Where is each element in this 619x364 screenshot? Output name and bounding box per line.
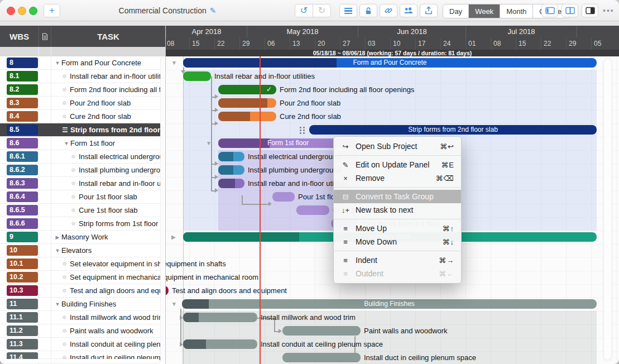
task-row[interactable]: 8.1Install rebar and in-floor utilities <box>0 70 165 83</box>
more-options-button[interactable]: ••• <box>603 6 615 15</box>
task-table-panel: WBS TASK 8▼Form and Pour Concrete8.1Inst… <box>0 26 165 364</box>
task-row[interactable]: 10▼Elevators <box>0 244 165 257</box>
menu-item-shortcut: ⌘E <box>441 161 454 169</box>
gantt-bar[interactable] <box>183 313 257 322</box>
link-connector <box>211 76 212 190</box>
menu-item-shortcut: ⌘← <box>439 270 454 278</box>
layout-right-panel-button[interactable] <box>582 4 598 17</box>
task-row[interactable]: 11.1Install millwork and wood trim <box>0 311 165 324</box>
task-row[interactable]: 8.6.6Strip forms from 1st floor <box>0 217 165 231</box>
menu-item-indent[interactable]: ≡Indent⌘→ <box>334 253 461 267</box>
gantt-bar[interactable] <box>272 192 295 202</box>
gantt-disclosure-expanded-icon[interactable]: ▼ <box>171 60 177 66</box>
gantt-disclosure-expanded-icon[interactable]: ▼ <box>206 141 212 146</box>
task-row[interactable]: 9▶Masonry Work <box>0 231 165 244</box>
today-line <box>260 56 261 364</box>
task-row[interactable]: 8.4Cure 2nd floor slab <box>0 110 165 123</box>
table-vertical-scrollbar[interactable] <box>160 56 165 362</box>
menu-item-move-up[interactable]: ≡Move Up⌘↑ <box>334 222 461 235</box>
disclosure-expanded-icon[interactable]: ▼ <box>54 301 61 307</box>
task-row[interactable]: 8.6.4Pour 1st floor slab <box>0 190 165 204</box>
link-arrow-icon <box>268 202 272 206</box>
task-row[interactable]: 10.1Set elevator equipment in shafts <box>0 257 165 271</box>
task-row[interactable]: 11.3Install conduit at ceiling plenum sp… <box>0 338 165 351</box>
task-cell: Pour 1st floor slab <box>51 190 165 203</box>
menu-item-move-down[interactable]: ≡Move Down⌘↓ <box>334 235 461 248</box>
export-button[interactable] <box>420 4 438 17</box>
gantt-bar[interactable] <box>218 112 276 121</box>
zoom-window-button[interactable] <box>29 7 37 15</box>
disclosure-expanded-icon[interactable]: ▼ <box>54 60 61 66</box>
close-window-button[interactable] <box>7 7 15 15</box>
add-project-button[interactable]: + <box>44 4 60 17</box>
gantt-bar[interactable] <box>282 326 361 336</box>
minimize-window-button[interactable] <box>18 7 26 15</box>
menu-item-convert-to-task-group[interactable]: ⊟Convert to Task Group <box>334 190 461 203</box>
layout-split-panel-button[interactable] <box>562 4 578 17</box>
gantt-vertical-scrollbar[interactable] <box>604 59 611 360</box>
task-bullet-icon <box>71 181 75 185</box>
drag-handle[interactable] <box>303 130 305 131</box>
task-row[interactable]: 10.2Set equipment in mechanical room <box>0 271 165 284</box>
task-row[interactable]: 10.3Test and align doors and equipment <box>0 284 165 298</box>
share-export-icon <box>424 6 433 15</box>
view-mode-month[interactable]: Month <box>500 4 533 18</box>
view-mode-day[interactable]: Day <box>443 4 469 18</box>
task-row[interactable]: 8.5Strip forms from 2nd floor slab <box>0 123 165 137</box>
drag-handle[interactable] <box>300 127 301 128</box>
gantt-bar[interactable] <box>218 98 276 108</box>
drag-handle[interactable] <box>300 130 301 131</box>
table-horizontal-scrollbar[interactable] <box>3 359 160 363</box>
wbs-badge: 8.6.4 <box>7 191 38 202</box>
gantt-bar[interactable] <box>183 71 211 81</box>
task-row[interactable]: 11.2Paint walls and woodwork <box>0 324 165 338</box>
gantt-bar[interactable] <box>183 339 257 349</box>
gantt-bar[interactable] <box>282 353 361 362</box>
gantt-bar[interactable] <box>218 152 244 161</box>
gantt-disclosure-expanded-icon[interactable]: ▼ <box>171 301 177 307</box>
gantt-bar[interactable] <box>218 165 244 175</box>
notes-cell <box>39 231 51 243</box>
month-cell: May 2018 <box>247 26 358 37</box>
task-row[interactable]: 11▼Building Finishes <box>0 298 165 311</box>
task-row[interactable]: 8.6.5Cure 1st floor slab <box>0 204 165 217</box>
drag-handle[interactable] <box>303 127 305 128</box>
task-row[interactable]: 8.6.2Install plumbing underground <box>0 164 165 177</box>
gantt-disclosure-collapsed-icon[interactable]: ▶ <box>171 234 176 240</box>
task-label: Install rebar and in-floor utilities <box>70 72 160 80</box>
menu-item-remove[interactable]: ×Remove⌘⌫ <box>334 171 461 185</box>
task-label: Building Finishes <box>61 300 116 308</box>
gantt-bar[interactable] <box>166 286 169 295</box>
disclosure-expanded-icon[interactable]: ▼ <box>54 248 61 253</box>
team-button[interactable] <box>400 4 418 17</box>
link-button[interactable] <box>380 4 397 17</box>
task-row[interactable]: 8.2Form 2nd floor including all floor op… <box>0 83 165 97</box>
disclosure-expanded-icon[interactable]: ▼ <box>63 141 70 146</box>
task-row[interactable]: 8.6.1Install electrical underground <box>0 150 165 164</box>
disclosure-collapsed-icon[interactable]: ▶ <box>54 234 61 240</box>
layout-left-panel-button[interactable] <box>541 4 558 17</box>
gantt-bar[interactable] <box>296 205 329 215</box>
menu-item-open-sub-project[interactable]: ↪Open Sub Project⌘↩ <box>334 140 461 153</box>
task-row[interactable]: 8.3Pour 2nd floor slab <box>0 97 165 110</box>
menu-item-outdent[interactable]: ≡Outdent⌘← <box>334 267 461 280</box>
undo-button[interactable]: ↺ <box>295 4 313 17</box>
week-cell: 29 <box>239 37 265 50</box>
view-mode-week[interactable]: Week <box>469 4 500 18</box>
outline-view-button[interactable] <box>339 4 357 17</box>
edit-title-icon[interactable]: ✎ <box>210 6 217 15</box>
gantt-bar[interactable]: ✓ <box>218 85 276 94</box>
link-arrow-icon <box>215 175 218 179</box>
drag-handle[interactable] <box>303 132 305 134</box>
task-row[interactable]: 8.6.3Install rebar and in-floor utilitie… <box>0 177 165 190</box>
gantt-bar[interactable] <box>218 179 244 188</box>
menu-item-new-task-to-next[interactable]: ↓+New task to next <box>334 203 461 217</box>
menu-item-edit-on-update-panel[interactable]: ✎Edit on Update Panel⌘E <box>334 158 461 171</box>
lock-button[interactable] <box>359 4 377 17</box>
task-row[interactable]: 8.6▼Form 1st floor <box>0 137 165 150</box>
bar-label: Form and Pour Concrete <box>183 58 597 68</box>
task-label: Elevators <box>61 246 92 255</box>
redo-button[interactable]: ↻ <box>313 4 331 17</box>
drag-handle[interactable] <box>300 132 301 134</box>
task-row[interactable]: 8▼Form and Pour Concrete <box>0 56 165 70</box>
